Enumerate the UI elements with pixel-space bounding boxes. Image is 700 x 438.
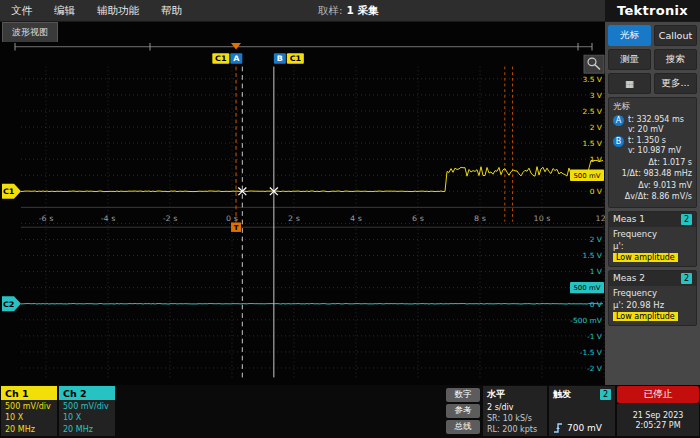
datetime-box: 21 Sep 2023 2:05:27 PM: [617, 404, 699, 436]
bottom-bar-spacer: [117, 386, 443, 436]
horizontal-settings-box[interactable]: 水平 2 s/div SR: 10 kS/s RL: 200 kpts: [483, 386, 547, 436]
ch1-probe: 10 X: [5, 413, 53, 422]
svg-text:-1.5 V: -1.5 V: [580, 348, 602, 357]
callout-button[interactable]: Callout: [654, 25, 697, 46]
svg-text:B: B: [277, 55, 283, 64]
svg-text:2 V: 2 V: [590, 236, 602, 245]
meas1-source-badge: 2: [681, 214, 692, 225]
svg-text:1.5 V: 1.5 V: [583, 252, 602, 261]
svg-text:3.5 V: 3.5 V: [583, 75, 602, 84]
meas2-title: Meas 2: [613, 273, 645, 283]
rising-edge-icon: [553, 422, 563, 434]
more-button[interactable]: 更多...: [654, 73, 697, 94]
date-label: 21 Sep 2023: [633, 411, 684, 420]
measure-button[interactable]: 测量: [608, 49, 651, 70]
svg-text:-1 V: -1 V: [587, 332, 602, 341]
time-axis-labels: -6 s-4 s-2 s0 s2 s4 s6 s8 s10 s12 s: [39, 214, 605, 223]
trigger-title: 触发: [553, 388, 571, 401]
menu-bar: 文件 编辑 辅助功能 帮助 取样: 1 采集 Tektronix: [0, 0, 700, 22]
svg-text:1.5 V: 1.5 V: [583, 139, 602, 148]
cursor-b-flag[interactable]: B: [274, 53, 286, 63]
cursor-a-time: t: 332.954 ms: [628, 115, 684, 124]
svg-text:-6 s: -6 s: [39, 214, 54, 223]
meas2-source-badge: 2: [681, 273, 692, 284]
svg-text:4 s: 4 s: [350, 214, 362, 223]
svg-text:0 V: 0 V: [590, 300, 602, 309]
svg-text:-4 s: -4 s: [101, 214, 116, 223]
ch1-bandwidth: 20 MHz: [5, 425, 53, 434]
cursor-b-time: t: 1.350 s: [628, 136, 681, 145]
meas1-mean: μ':: [613, 241, 692, 251]
svg-text:2 V: 2 V: [590, 123, 602, 132]
ch2-label: Ch 2: [59, 386, 115, 400]
add-source-stack: 数字 参考 总线: [445, 386, 481, 436]
cursor-a-badge: A: [613, 115, 624, 126]
ch2-settings-box[interactable]: Ch 2 500 mV/div 10 X 20 MHz: [59, 386, 115, 436]
meas2-panel[interactable]: Meas 2 2 Frequency μ': 20.98 Hz Low ampl…: [608, 270, 697, 326]
results-table-icon[interactable]: ▦: [608, 73, 651, 94]
svg-text:10 s: 10 s: [534, 214, 551, 223]
sample-rate: SR: 10 kS/s: [487, 414, 543, 423]
bus-button[interactable]: 总线: [446, 420, 480, 434]
meas2-warning-badge: Low amplitude: [613, 312, 678, 321]
waveform-view-tab[interactable]: 波形视图: [2, 22, 58, 42]
zoom-magnifier-button[interactable]: [584, 55, 604, 73]
menu-edit[interactable]: 编辑: [43, 0, 86, 21]
menu-utility[interactable]: 辅助功能: [86, 0, 150, 21]
ch2-scale-badge[interactable]: 500 mV: [570, 282, 604, 293]
acquisition-label: 取样:: [318, 4, 343, 18]
menu-help[interactable]: 帮助: [150, 0, 193, 21]
svg-text:-2 V: -2 V: [587, 364, 602, 373]
trace-c2: [21, 303, 603, 304]
stopped-button[interactable]: 已停止: [617, 386, 699, 403]
cursor-a-flag[interactable]: A: [230, 53, 242, 63]
cursor-button[interactable]: 光标: [608, 25, 651, 46]
right-panel: 光标 Callout 测量 搜索 ▦ 更多... 光标 A t: 332.954…: [605, 22, 700, 385]
meas1-title: Meas 1: [613, 214, 645, 224]
run-stop-box: 已停止 21 Sep 2023 2:05:27 PM: [617, 386, 699, 436]
trigger-settings-box[interactable]: 触发 2 700 mV: [549, 386, 615, 436]
record-length: RL: 200 kpts: [487, 425, 543, 434]
bottom-bar: Ch 1 500 mV/div 10 X 20 MHz Ch 2 500 mV/…: [0, 385, 700, 438]
digital-button[interactable]: 数字: [446, 388, 480, 402]
svg-text:500 mV: 500 mV: [573, 285, 601, 293]
time-label: 2:05:27 PM: [635, 421, 680, 430]
svg-text:T: T: [234, 224, 239, 232]
ch1-position-badge[interactable]: C1: [2, 184, 21, 199]
ch1-settings-box[interactable]: Ch 1 500 mV/div 10 X 20 MHz: [1, 386, 57, 436]
svg-text:3 V: 3 V: [590, 91, 602, 100]
ch2-bandwidth: 20 MHz: [63, 425, 111, 434]
waveform-display[interactable]: -6 s-4 s-2 s0 s2 s4 s6 s8 s10 s12 sC1C23…: [0, 42, 605, 385]
cursor-a-source-flag[interactable]: C1: [212, 53, 229, 63]
meas1-type: Frequency: [613, 229, 692, 239]
cursor-a-voltage: v: 20 mV: [628, 125, 684, 134]
cursor-b-source-flag[interactable]: C1: [287, 53, 304, 63]
record-view-bar: [15, 43, 592, 51]
cursor-readout-title: 光标: [613, 101, 692, 113]
svg-text:12 s: 12 s: [596, 214, 605, 223]
meas2-type: Frequency: [613, 288, 692, 298]
ch2-probe: 10 X: [63, 413, 111, 422]
cursor-delta-v: Δv: 9.013 mV: [613, 181, 692, 190]
search-button[interactable]: 搜索: [654, 49, 697, 70]
svg-text:-2 s: -2 s: [163, 214, 178, 223]
cursor-readout-panel[interactable]: 光标 A t: 332.954 ms v: 20 mV B t: 1.350 s…: [608, 97, 697, 208]
meas1-panel[interactable]: Meas 1 2 Frequency μ': Low amplitude: [608, 211, 697, 267]
svg-text:C1: C1: [3, 187, 14, 196]
reference-button[interactable]: 参考: [446, 404, 480, 418]
waveform-area[interactable]: 波形视图 -6 s-4 s-2 s0 s2 s4 s6 s8 s10 s12 s…: [0, 22, 605, 385]
svg-text:A: A: [233, 55, 239, 64]
cursor-delta-v-dt: Δv/Δt: 8.86 mV/s: [613, 192, 692, 201]
cursor-b-voltage: v: 10.987 mV: [628, 146, 681, 155]
tektronix-logo: Tektronix: [605, 0, 700, 21]
ch1-label: Ch 1: [1, 386, 57, 400]
svg-text:-500 mV: -500 mV: [570, 316, 602, 325]
cursor-delta-t: Δt: 1.017 s: [613, 158, 692, 167]
ch2-scale: 500 mV/div: [63, 402, 111, 411]
ch1-scale-badge[interactable]: 500 mV: [570, 170, 604, 181]
ch2-position-badge[interactable]: C2: [2, 296, 21, 311]
meas2-mean: μ': 20.98 Hz: [613, 300, 692, 310]
oscilloscope-screen: 文件 编辑 辅助功能 帮助 取样: 1 采集 Tektronix 波形视图 -6…: [0, 0, 700, 438]
svg-text:6 s: 6 s: [412, 214, 424, 223]
menu-file[interactable]: 文件: [0, 0, 43, 21]
